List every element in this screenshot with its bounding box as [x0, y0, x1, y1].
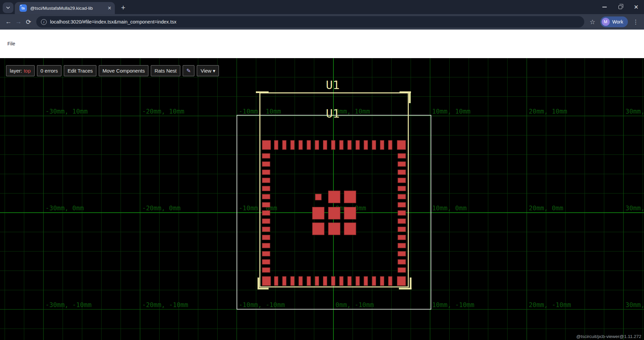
pcb-pad[interactable]	[356, 140, 360, 150]
url-bar[interactable]: i localhost:3020/#file=index.tsx&main_co…	[36, 16, 584, 28]
pcb-canvas[interactable]: -30mm, 10mm-20mm, 10mm-10mm, 10mm0mm, 10…	[0, 58, 644, 340]
pcb-pad[interactable]	[397, 140, 406, 150]
pcb-pad[interactable]	[323, 140, 327, 150]
pcb-pad[interactable]	[313, 223, 324, 235]
pcb-pad[interactable]	[398, 260, 406, 264]
pcb-pad[interactable]	[282, 140, 286, 150]
pcb-pad[interactable]	[307, 140, 311, 150]
pcb-pad[interactable]	[262, 194, 270, 199]
window-controls: ✕	[597, 0, 644, 14]
pcb-pad[interactable]	[398, 154, 406, 158]
pcb-pad[interactable]	[331, 277, 335, 286]
pcb-pad[interactable]	[397, 277, 406, 286]
bookmark-star-icon[interactable]: ☆	[588, 17, 598, 27]
pcb-pad[interactable]	[339, 140, 343, 150]
pcb-pad[interactable]	[262, 243, 270, 248]
pcb-pad[interactable]	[398, 211, 406, 215]
pcb-pad[interactable]	[398, 203, 406, 207]
pcb-pad[interactable]	[380, 140, 384, 150]
pcb-pad[interactable]	[398, 186, 406, 191]
pcb-pad[interactable]	[348, 277, 351, 286]
pcb-pad[interactable]	[262, 260, 270, 264]
pcb-pad[interactable]	[315, 194, 321, 200]
pcb-pad[interactable]	[372, 140, 376, 150]
profile-chip[interactable]: M Work	[600, 16, 628, 27]
pcb-pad[interactable]	[262, 219, 270, 223]
pcb-pad[interactable]	[328, 223, 340, 235]
tab-close-icon[interactable]: ✕	[107, 5, 111, 11]
edit-traces-button[interactable]: Edit Traces	[64, 65, 96, 76]
pcb-pad[interactable]	[262, 178, 270, 183]
pcb-pad[interactable]	[364, 277, 368, 286]
pcb-pad[interactable]	[356, 277, 360, 286]
edit-pencil-icon[interactable]: ✎	[183, 65, 194, 76]
chevron-down-icon	[6, 5, 10, 10]
pcb-pad[interactable]	[262, 251, 270, 256]
pcb-pad[interactable]	[328, 191, 340, 203]
tab-search-button[interactable]	[3, 2, 13, 13]
window-restore-button[interactable]	[612, 0, 628, 14]
pcb-pad[interactable]	[398, 268, 406, 272]
pcb-pad[interactable]	[262, 211, 270, 215]
site-info-icon[interactable]: i	[41, 19, 47, 25]
pcb-pad[interactable]	[398, 227, 406, 231]
window-close-button[interactable]: ✕	[628, 0, 644, 14]
back-button[interactable]: ←	[3, 17, 13, 27]
pcb-pad[interactable]	[398, 235, 406, 240]
pcb-pad[interactable]	[313, 207, 324, 219]
pcb-pad[interactable]	[398, 243, 406, 248]
pcb-pad[interactable]	[262, 162, 270, 166]
pcb-pad[interactable]	[282, 277, 286, 286]
pcb-pad[interactable]	[398, 194, 406, 199]
pcb-pad[interactable]	[262, 235, 270, 240]
pcb-pad[interactable]	[262, 154, 270, 158]
reload-button[interactable]: ⟳	[24, 17, 34, 27]
pcb-pad[interactable]	[344, 207, 356, 219]
pcb-pad[interactable]	[398, 170, 406, 175]
pcb-pad[interactable]	[380, 277, 384, 286]
move-components-button[interactable]: Move Components	[99, 65, 148, 76]
file-menu[interactable]: File	[7, 41, 15, 46]
pcb-pad[interactable]	[262, 203, 270, 207]
pcb-pad[interactable]	[398, 178, 406, 183]
pcb-pad[interactable]	[307, 277, 311, 286]
pcb-pad[interactable]	[315, 277, 319, 286]
pcb-pad[interactable]	[262, 140, 271, 150]
pcb-pad[interactable]	[348, 140, 351, 150]
pcb-pad[interactable]	[398, 219, 406, 223]
pcb-pad[interactable]	[291, 277, 294, 286]
pcb-pad[interactable]	[315, 140, 319, 150]
pcb-pad[interactable]	[372, 277, 376, 286]
browser-menu-icon[interactable]: ⋮	[631, 17, 641, 27]
pcb-pad[interactable]	[262, 170, 270, 175]
pcb-pad[interactable]	[328, 207, 340, 219]
browser-tab[interactable]: ts @tsci/MustafaMulla29.kicad-lib ✕	[15, 2, 115, 14]
pcb-pad[interactable]	[274, 277, 278, 286]
pcb-pad[interactable]	[344, 191, 356, 203]
silkscreen-outline	[260, 93, 408, 287]
pcb-pad[interactable]	[262, 268, 270, 272]
pcb-pad[interactable]	[291, 140, 294, 150]
pcb-pad[interactable]	[364, 140, 368, 150]
pcb-pad[interactable]	[299, 140, 303, 150]
pcb-pad[interactable]	[299, 277, 303, 286]
pcb-pad[interactable]	[262, 227, 270, 231]
rats-nest-button[interactable]: Rats Nest	[151, 65, 180, 76]
window-minimize-button[interactable]	[597, 0, 612, 14]
pcb-pad[interactable]	[339, 277, 343, 286]
layer-button[interactable]: layer: top	[6, 65, 35, 76]
errors-button[interactable]: 0 errors	[37, 65, 62, 76]
pcb-pad[interactable]	[344, 223, 356, 235]
pcb-pad[interactable]	[398, 251, 406, 256]
pcb-pad[interactable]	[274, 140, 278, 150]
pcb-pad[interactable]	[388, 277, 392, 286]
pcb-pad[interactable]	[262, 277, 271, 286]
view-dropdown-button[interactable]: View ▾	[197, 65, 219, 76]
pcb-pad[interactable]	[323, 277, 327, 286]
pcb-pad[interactable]	[262, 186, 270, 191]
forward-button[interactable]: →	[13, 17, 24, 27]
pcb-pad[interactable]	[398, 162, 406, 166]
pcb-pad[interactable]	[388, 140, 392, 150]
pcb-pad[interactable]	[331, 140, 335, 150]
new-tab-button[interactable]: +	[118, 3, 128, 13]
